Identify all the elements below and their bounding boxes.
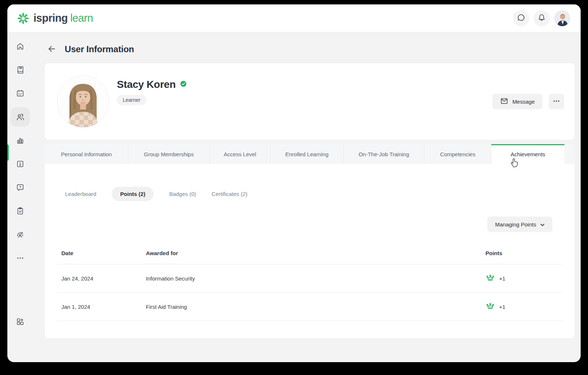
arrow-left-icon (47, 44, 57, 55)
users-icon (15, 112, 25, 122)
tab-enrolled-learning[interactable]: Enrolled Learning (270, 144, 344, 164)
sidebar-item-calendar[interactable] (11, 84, 30, 103)
user-role-badge: Learner (117, 95, 146, 105)
ellipsis-icon (16, 254, 25, 262)
sidebar-item-users[interactable] (11, 107, 30, 126)
logo-brand-text: ispring (33, 12, 68, 24)
crown-icon (485, 302, 495, 311)
user-card-actions: Message (492, 94, 564, 109)
points-value: +1 (499, 304, 505, 310)
row-date: Jan 1, 2024 (57, 304, 141, 310)
sidebar-item-performance[interactable] (11, 225, 30, 244)
person-gauge-icon (16, 230, 25, 239)
info-box-icon (16, 160, 25, 168)
more-actions-button[interactable] (549, 94, 564, 109)
tab-personal-information[interactable]: Personal Information (45, 144, 128, 164)
clipboard-check-icon (16, 207, 25, 215)
user-name: Stacy Koren (117, 79, 176, 90)
bell-icon (537, 13, 546, 23)
home-icon (16, 42, 25, 51)
main-content: User Information (33, 32, 581, 362)
verified-check-icon (180, 81, 187, 89)
column-header-awarded-for: Awarded for (141, 250, 481, 256)
table-row: Jan 1, 2024 First Aid Training +1 (57, 293, 562, 321)
tab-access-level[interactable]: Access Level (210, 144, 270, 164)
envelope-icon (500, 97, 508, 106)
achievements-subtabs: Leaderboard Points (2) Badges (0) Certif… (45, 164, 574, 201)
sidebar-item-reports[interactable] (11, 131, 30, 150)
subtab-points[interactable]: Points (2) (112, 187, 154, 201)
row-awarded-for: Information Security (141, 275, 481, 282)
tab-achievements[interactable]: Achievements (491, 144, 564, 164)
crown-icon (485, 274, 495, 283)
user-avatar-photo (555, 11, 570, 26)
user-photo (57, 75, 109, 128)
sidebar-active-indicator (7, 144, 9, 161)
book-icon (16, 65, 25, 74)
message-button-label: Message (512, 99, 535, 105)
question-bubble-icon: ? (16, 183, 25, 192)
chevron-down-icon (540, 221, 545, 228)
table-row: Jan 24, 2024 Information Security +1 (57, 264, 562, 293)
points-table-header: Date Awarded for Points (57, 242, 562, 264)
page-header: User Information (45, 43, 574, 56)
bar-chart-icon (16, 136, 25, 145)
calendar-icon (16, 89, 25, 98)
achievements-panel: Leaderboard Points (2) Badges (0) Certif… (45, 164, 574, 338)
svg-text:?: ? (19, 185, 21, 189)
sidebar-item-more[interactable] (11, 249, 30, 268)
subtab-certificates[interactable]: Certificates (2) (212, 191, 248, 197)
sidebar-item-knowledge-base[interactable] (11, 154, 30, 174)
messages-button[interactable] (513, 10, 529, 26)
tab-filler (564, 144, 574, 164)
managing-points-button[interactable]: Managing Points (487, 217, 552, 232)
message-button[interactable]: Message (492, 94, 542, 109)
ellipsis-icon (553, 97, 560, 106)
grid-plus-icon (16, 317, 25, 326)
page-title: User Information (65, 44, 134, 54)
profile-tabs: Personal Information Group Memberships A… (45, 144, 574, 164)
sidebar-item-integrations[interactable] (11, 312, 30, 331)
points-value: +1 (499, 275, 505, 282)
chat-icon (517, 13, 526, 23)
tab-group-memberships[interactable]: Group Memberships (128, 144, 210, 164)
managing-points-label: Managing Points (495, 221, 536, 228)
sidebar-item-home[interactable] (11, 37, 30, 56)
spinner-asterisk-icon (17, 12, 29, 25)
tab-on-the-job-training[interactable]: On-The-Job Training (344, 144, 424, 164)
sidebar-item-courses[interactable] (11, 60, 30, 79)
subtab-badges[interactable]: Badges (0) (169, 191, 196, 197)
notifications-button[interactable] (534, 10, 550, 26)
app-window: ispring learn (7, 4, 581, 362)
top-bar: ispring learn (7, 4, 581, 32)
sidebar: ? (7, 32, 33, 362)
column-header-date: Date (57, 250, 141, 256)
column-header-points: Points (481, 250, 562, 256)
points-table: Date Awarded for Points Jan 24, 2024 Inf… (57, 242, 562, 321)
sidebar-item-tasks[interactable] (11, 201, 30, 221)
back-button[interactable] (47, 44, 57, 55)
logo-product-text: learn (70, 12, 93, 24)
user-card: Stacy Koren Learner (45, 63, 574, 140)
ispring-learn-logo: ispring learn (17, 12, 93, 25)
topbar-actions (513, 10, 570, 26)
subtab-leaderboard[interactable]: Leaderboard (65, 191, 96, 197)
row-awarded-for: First Aid Training (141, 304, 481, 310)
sidebar-item-help[interactable]: ? (11, 178, 30, 197)
row-date: Jan 24, 2024 (57, 275, 141, 282)
tab-competencies[interactable]: Competencies (424, 144, 491, 164)
account-avatar[interactable] (554, 10, 570, 26)
user-meta: Stacy Koren Learner (117, 79, 187, 105)
